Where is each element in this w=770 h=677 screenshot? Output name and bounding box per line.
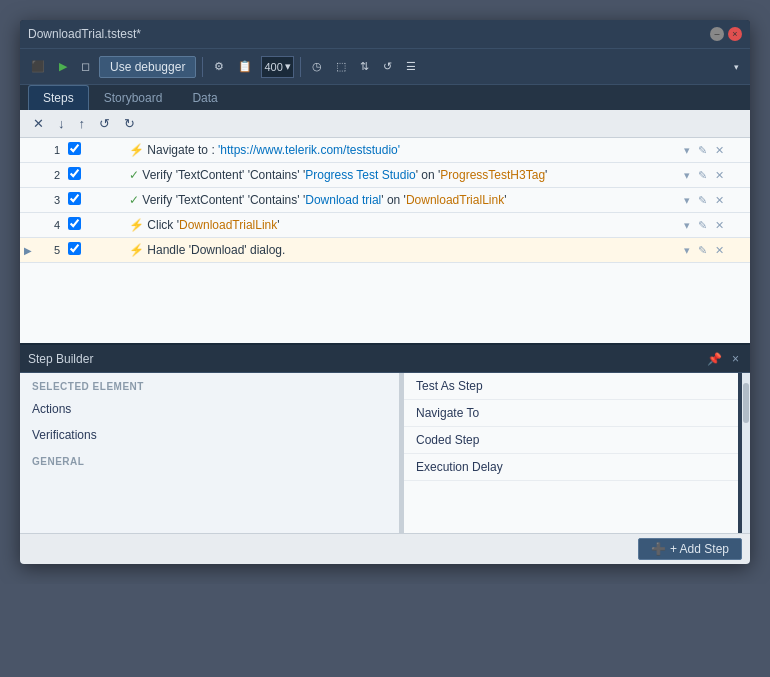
expand-cell-5: ▶	[20, 238, 36, 263]
step-num-1: 1	[36, 138, 64, 163]
step-edit-btn-5[interactable]: ✎	[695, 243, 710, 258]
speed-dropdown-icon: ▾	[285, 60, 291, 73]
table-row[interactable]: 2 ✓ Verify 'TextContent' 'Contains' 'Pro…	[20, 163, 750, 188]
table-row[interactable]: 3 ✓ Verify 'TextContent' 'Contains' 'Dow…	[20, 188, 750, 213]
step-builder-controls: 📌 ×	[704, 351, 742, 367]
step-check-3[interactable]	[64, 188, 85, 213]
close-button[interactable]: ×	[728, 27, 742, 41]
save-button[interactable]: ◻	[76, 57, 95, 76]
refresh-button[interactable]: ↺	[378, 57, 397, 76]
move-down-button[interactable]: ↓	[53, 113, 70, 134]
app-window: DownloadTrial.tstest* – × ⬛ ▶ ◻ Use debu…	[20, 20, 750, 564]
step-check-2[interactable]	[64, 163, 85, 188]
step-edit-btn-2[interactable]: ✎	[695, 168, 710, 183]
step-expand-btn-3[interactable]: ▾	[681, 193, 693, 208]
step-num-2: 2	[36, 163, 64, 188]
step-type-icon-1: ⚡	[129, 143, 144, 157]
general-header: GENERAL	[20, 448, 399, 471]
step-expand-btn-5[interactable]: ▾	[681, 243, 693, 258]
settings-button[interactable]: ⚙	[209, 57, 229, 76]
step-check-4[interactable]	[64, 213, 85, 238]
step-row-actions-4: ▾ ✎ ✕	[653, 213, 750, 238]
step-builder-body: SELECTED ELEMENT Actions Verifications G…	[20, 373, 750, 533]
step-checkbox-2[interactable]	[68, 167, 81, 180]
step-check-1[interactable]	[64, 138, 85, 163]
sb-right-item-execution-delay[interactable]: Execution Delay	[404, 454, 738, 481]
step-content-4: ⚡ Click 'DownloadTrialLink'	[125, 213, 653, 238]
step-check-5[interactable]	[64, 238, 85, 263]
empty-space	[20, 263, 750, 343]
step-num-4: 4	[36, 213, 64, 238]
step-expand-btn-4[interactable]: ▾	[681, 218, 693, 233]
step-delete-btn-2[interactable]: ✕	[712, 168, 727, 183]
expand-cell-3	[20, 188, 36, 213]
step-checkbox-5[interactable]	[68, 242, 81, 255]
step-edit-btn-3[interactable]: ✎	[695, 193, 710, 208]
step-builder-right-panel: Test As Step Navigate To Coded Step Exec…	[404, 373, 742, 533]
speed-value: 400	[264, 61, 282, 73]
title-bar-text: DownloadTrial.tstest*	[28, 27, 704, 41]
layers-button[interactable]: ⬚	[331, 57, 351, 76]
table-row[interactable]: 4 ⚡ Click 'DownloadTrialLink' ▾ ✎	[20, 213, 750, 238]
steps-toolbar: ✕ ↓ ↑ ↺ ↻	[20, 110, 750, 138]
delete-step-button[interactable]: ✕	[28, 113, 49, 134]
step-row-actions-1: ▾ ✎ ✕	[653, 138, 750, 163]
step-delete-btn-1[interactable]: ✕	[712, 143, 727, 158]
table-row[interactable]: ▶ 5 ⚡ Handle 'Download' dialog. ▾	[20, 238, 750, 263]
step-builder-pin-button[interactable]: 📌	[704, 351, 725, 367]
tab-steps[interactable]: Steps	[28, 85, 89, 110]
arrows-button[interactable]: ⇅	[355, 57, 374, 76]
separator-1	[202, 57, 203, 77]
step-checkbox-3[interactable]	[68, 192, 81, 205]
step-edit-btn-4[interactable]: ✎	[695, 218, 710, 233]
record-button[interactable]: ⬛	[26, 57, 50, 76]
minimize-button[interactable]: –	[710, 27, 724, 41]
sb-right-item-coded-step[interactable]: Coded Step	[404, 427, 738, 454]
sb-item-actions[interactable]: Actions	[20, 396, 399, 422]
play-button[interactable]: ▶	[54, 57, 72, 76]
title-bar: DownloadTrial.tstest* – ×	[20, 20, 750, 48]
step-expand-btn-2[interactable]: ▾	[681, 168, 693, 183]
undo-button[interactable]: ↺	[94, 113, 115, 134]
step-builder-close-button[interactable]: ×	[729, 351, 742, 367]
step-type-icon-4: ⚡	[129, 218, 144, 232]
steps-area: ✕ ↓ ↑ ↺ ↻ 1 ⚡	[20, 110, 750, 343]
tab-strip: Steps Storyboard Data	[20, 84, 750, 110]
add-step-button[interactable]: ➕ + Add Step	[638, 538, 742, 560]
step-checkbox-1[interactable]	[68, 142, 81, 155]
move-up-button[interactable]: ↑	[74, 113, 91, 134]
tab-storyboard[interactable]: Storyboard	[89, 85, 178, 110]
step-checkbox-4[interactable]	[68, 217, 81, 230]
step-row-actions-3: ▾ ✎ ✕	[653, 188, 750, 213]
timer-button[interactable]: ◷	[307, 57, 327, 76]
speed-select[interactable]: 400 ▾	[261, 56, 293, 78]
steps-table: 1 ⚡ Navigate to : 'https://www.telerik.c…	[20, 138, 750, 263]
list-button[interactable]: ☰	[401, 57, 421, 76]
step-content-5: ⚡ Handle 'Download' dialog.	[125, 238, 653, 263]
table-row[interactable]: 1 ⚡ Navigate to : 'https://www.telerik.c…	[20, 138, 750, 163]
redo-button[interactable]: ↻	[119, 113, 140, 134]
step-content-3: ✓ Verify 'TextContent' 'Contains' 'Downl…	[125, 188, 653, 213]
expand-cell-2	[20, 163, 36, 188]
step-builder-scrollbar[interactable]	[742, 373, 750, 533]
step-delete-btn-4[interactable]: ✕	[712, 218, 727, 233]
step-delete-btn-3[interactable]: ✕	[712, 193, 727, 208]
tab-data[interactable]: Data	[177, 85, 232, 110]
step-expand-btn-1[interactable]: ▾	[681, 143, 693, 158]
step-row-actions-5: ▾ ✎ ✕	[653, 238, 750, 263]
step-content-1: ⚡ Navigate to : 'https://www.telerik.com…	[125, 138, 653, 163]
scroll-down-button[interactable]: ▾	[729, 59, 744, 75]
sb-item-verifications[interactable]: Verifications	[20, 422, 399, 448]
use-debugger-button[interactable]: Use debugger	[99, 56, 196, 78]
add-step-icon: ➕	[651, 542, 666, 556]
scrollbar-thumb[interactable]	[743, 383, 749, 423]
step-row-actions-2: ▾ ✎ ✕	[653, 163, 750, 188]
step-type-icon-5: ⚡	[129, 243, 144, 257]
sb-right-item-test-as-step[interactable]: Test As Step	[404, 373, 738, 400]
clip-button[interactable]: 📋	[233, 57, 257, 76]
sb-right-item-navigate-to[interactable]: Navigate To	[404, 400, 738, 427]
step-delete-btn-5[interactable]: ✕	[712, 243, 727, 258]
step-builder: Step Builder 📌 × SELECTED ELEMENT Action…	[20, 343, 750, 564]
step-builder-header: Step Builder 📌 ×	[20, 345, 750, 373]
step-edit-btn-1[interactable]: ✎	[695, 143, 710, 158]
